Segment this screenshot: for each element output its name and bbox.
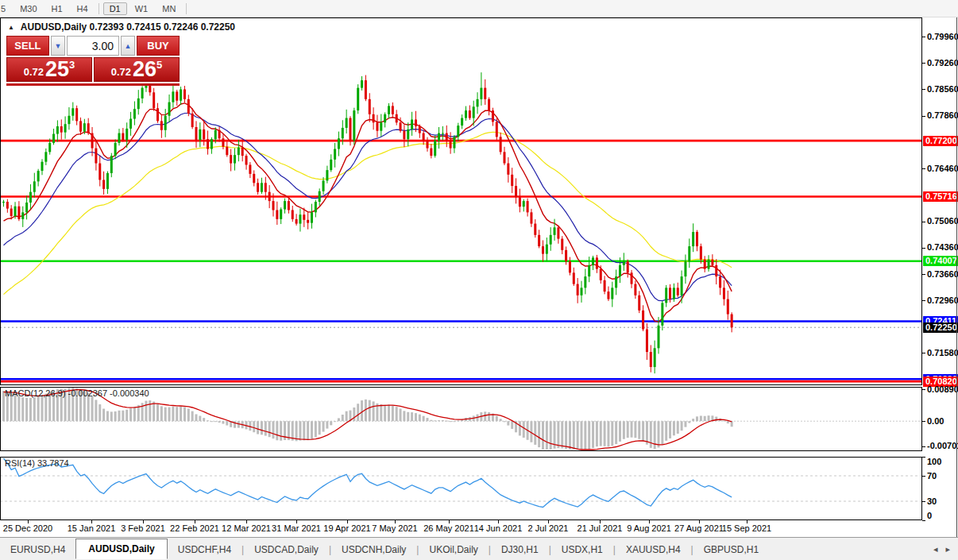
trade-widget-divider [6,83,180,86]
tab-usdcnh-daily[interactable]: USDCNH,Daily [331,540,416,559]
rsi-tick-label: 0 [927,511,932,521]
timeframe-button-h4[interactable]: H4 [71,2,95,15]
timeframe-toolbar: 5M30H1H4D1W1MN [0,0,958,17]
macd-tick-mark [922,446,925,447]
date-tick-label: 21 Jul 2021 [578,523,623,533]
tab-usdx-h1[interactable]: USDX,H1 [551,540,613,559]
macd-tick-label: -0.007013 [927,441,958,451]
price-tick-mark [922,222,925,222]
price-tick-label: 0.75060 [927,216,958,226]
timeframe-button-m30[interactable]: M30 [14,2,43,15]
date-tick-label: 7 May 2021 [372,523,417,533]
buy-price-prefix: 0.72 [111,66,131,78]
price-tick-label: 0.77860 [927,110,958,121]
tab-usdcad-daily[interactable]: USDCAD,Daily [244,540,329,559]
price-line-label: 0.74007 [923,256,958,266]
rsi-tick-label: 70 [927,471,937,481]
price-tick-label: 0.78560 [927,84,958,95]
tab-audusd-daily[interactable]: AUDUSD,Daily [75,539,167,559]
buy-price-big: 26 [133,58,156,81]
date-tick-label: 15 Sep 2021 [722,523,771,533]
collapse-arrow-icon[interactable]: ▲ [8,24,14,31]
timeframe-button-w1[interactable]: W1 [129,2,155,15]
volume-increase-button[interactable]: ▲ [121,36,135,56]
date-tick-label: 3 Feb 2021 [121,523,165,533]
price-tick-label: 0.72960 [927,295,958,306]
tab-scroll-left-icon[interactable]: ◂ [933,544,938,554]
rsi-tick-mark [922,501,925,502]
sell-price-prefix: 0.72 [24,66,44,78]
macd-tick-mark [922,389,925,390]
chevron-down-icon: ▼ [54,42,61,50]
sell-price-box[interactable]: 0.72 25 3 [6,57,92,82]
tab-scroll-right-icon[interactable]: ▸ [945,544,950,554]
trading-terminal-window: 5M30H1H4D1W1MN ▲ AUDUSD,Daily 0.72393 0.… [0,0,958,560]
macd-label: MACD(12,26,9) -0.002367 -0.000340 [5,388,149,398]
price-line-label: 0.77200 [923,136,958,146]
current-price-label: 0.72250 [923,322,958,333]
price-line-label: 0.75716 [923,191,958,202]
rsi-tick-mark [922,457,925,458]
date-tick-label: 27 Aug 2021 [674,523,724,533]
chevron-up-icon: ▲ [125,42,132,50]
date-tick-label: 9 Aug 2021 [627,523,671,533]
window-right-edge [956,17,957,537]
price-tick-label: 0.71580 [927,348,958,358]
price-tick-label: 0.76460 [927,164,958,174]
timeframe-button-d1[interactable]: D1 [103,2,127,15]
buy-price-sup: 5 [156,59,162,71]
toolbar-separator [186,3,187,14]
rsi-label: RSI(14) 33.7874 [5,458,69,468]
price-tick-mark [922,168,925,169]
price-tick-mark [922,353,925,353]
price-tick-label: 0.79960 [927,32,958,42]
timeframe-button-mn[interactable]: MN [156,2,182,15]
tab-ukoil-daily[interactable]: UKOil,Daily [419,540,488,559]
date-tick-label: 31 Mar 2021 [272,523,321,533]
date-tick-label: 26 May 2021 [423,523,474,533]
rsi-tick-mark [922,520,925,521]
price-tick-label: 0.79260 [927,58,958,68]
volume-input[interactable] [67,36,119,56]
date-tick-label: 22 Feb 2021 [170,523,219,533]
date-tick-label: 19 Apr 2021 [323,523,370,533]
tab-eurusd-h4[interactable]: EURUSD,H4 [0,540,75,559]
one-click-trade-widget: SELL ▼ ▲ BUY 0.72 25 3 0.72 26 5 [6,36,180,86]
tab-xauusd-h4[interactable]: XAUUSD,H4 [616,540,691,559]
chart-ohlc-header: ▲ AUDUSD,Daily 0.72393 0.72415 0.72246 0… [8,21,235,33]
buy-price-box[interactable]: 0.72 26 5 [94,57,180,82]
rsi-indicator-panel[interactable] [0,457,922,520]
date-tick-label: 12 Mar 2021 [222,523,271,533]
tab-dj30-h1[interactable]: DJ30,H1 [491,540,549,559]
date-tick-label: 2 Jul 2021 [528,523,569,533]
sell-price-sup: 3 [69,59,75,71]
price-tick-mark [922,116,925,117]
chart-ohlc-values: 0.72393 0.72415 0.72246 0.72250 [90,21,236,33]
tab-usdchf-h4[interactable]: USDCHF,H4 [168,540,241,559]
sell-price-big: 25 [45,58,69,81]
macd-tick-label: 0.00 [927,416,944,427]
price-tick-mark [922,63,925,64]
rsi-tick-label: 30 [927,496,937,507]
price-tick-label: 0.73660 [927,269,958,280]
price-tick-mark [922,274,925,275]
timeframe-button-5[interactable]: 5 [0,2,12,15]
price-tick-mark [922,300,925,301]
macd-tick-label: 0.008904 [927,384,958,395]
tab-gbpusd-h1[interactable]: GBPUSD,H1 [693,540,769,559]
chart-tab-bar: EURUSD,H4AUDUSD,DailyUSDCHF,H4|USDCAD,Da… [0,537,958,560]
macd-tick-mark [922,421,925,422]
date-tick-label: 25 Dec 2020 [3,523,52,533]
date-tick-label: 15 Jan 2021 [68,523,116,533]
buy-button[interactable]: BUY [137,36,180,56]
chart-symbol-title: AUDUSD,Daily [21,21,87,33]
price-tick-mark [922,37,925,37]
toolbar-separator [99,3,99,14]
volume-decrease-button[interactable]: ▼ [51,36,65,56]
tab-scroll-arrows: ◂▸ [933,544,950,554]
price-tick-label: 0.74360 [927,242,958,253]
timeframe-button-h1[interactable]: H1 [45,2,69,15]
sell-button[interactable]: SELL [6,36,49,56]
date-tick-label: 14 Jun 2021 [474,523,523,533]
price-tick-mark [922,248,925,249]
